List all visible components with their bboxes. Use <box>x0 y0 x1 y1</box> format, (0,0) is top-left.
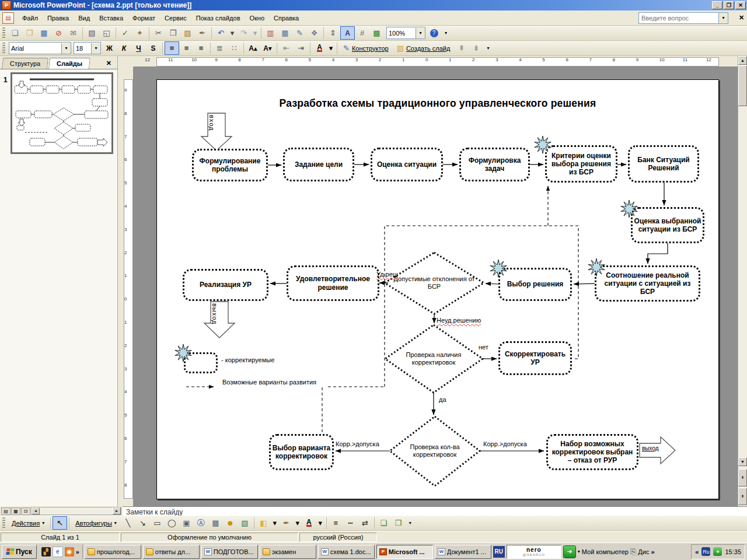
minimize-button[interactable]: _ <box>712 1 722 9</box>
node-formulate-tasks[interactable]: Формулировка задач <box>459 148 530 181</box>
bold-button[interactable]: Ж <box>102 41 117 55</box>
line-style-button[interactable]: ≡ <box>329 516 343 530</box>
arrow-style-button[interactable]: ⇄ <box>358 516 372 530</box>
toolbar-options-icon[interactable]: ▾ <box>407 517 414 529</box>
menu-item-2[interactable]: Вид <box>74 12 95 24</box>
normal-view-icon[interactable]: ▤ <box>1 508 11 515</box>
tray-chevron-icon[interactable]: « <box>695 548 699 555</box>
close-button[interactable]: ✕ <box>735 1 746 9</box>
restore-button[interactable]: ❐ <box>724 1 734 9</box>
label-corr-right[interactable]: Корр.>допуска <box>483 440 527 447</box>
slideshow-view-icon[interactable]: ⊡ <box>21 508 30 515</box>
toolbar-grip[interactable] <box>2 27 5 39</box>
menu-item-1[interactable]: Правка <box>43 12 74 24</box>
open-button[interactable]: ❒ <box>22 26 37 40</box>
print-preview-button[interactable]: ◱ <box>99 26 114 40</box>
horizontal-ruler[interactable]: 1211109876543210123456789101112 <box>123 56 738 67</box>
node-criteria[interactable]: Критерии оценки выбора решения из БСР <box>545 145 617 183</box>
scroll-up-icon[interactable]: ▲ <box>738 56 747 65</box>
tray-app-icon[interactable]: ✦ <box>713 547 722 556</box>
tray-language-icon[interactable]: Ru <box>701 547 710 556</box>
pane-close-button[interactable]: ✕ <box>103 59 115 68</box>
zoom-input[interactable] <box>387 28 416 38</box>
line-color-options-button[interactable]: ▾ <box>294 516 302 530</box>
insert-object-button[interactable]: ❖ <box>307 26 322 40</box>
node-implementation[interactable]: Реализация УР <box>183 269 268 301</box>
label-no[interactable]: нет <box>479 344 488 351</box>
font-color-button[interactable]: А <box>312 41 327 55</box>
internet-explorer-icon[interactable]: e <box>53 547 63 557</box>
underline-button[interactable]: Ч <box>131 41 146 55</box>
spelling-button[interactable]: ✓ <box>118 26 132 40</box>
menu-item-5[interactable]: Сервис <box>160 12 191 24</box>
node-satisfactory[interactable]: Удовлетворительное решение <box>287 265 379 301</box>
select-objects-button[interactable]: ↖ <box>53 516 67 530</box>
font-size-input[interactable] <box>74 43 91 54</box>
exit-down-arrow-label[interactable]: выход <box>211 303 218 324</box>
node-evaluate-selected[interactable]: Оценка выбранной ситуации из БСР <box>631 207 704 243</box>
insert-diagram-button[interactable]: ▦ <box>208 516 223 530</box>
tab-slides[interactable]: Слайды <box>48 58 90 69</box>
fill-color-button[interactable]: ◧ <box>256 516 271 530</box>
rectangle-button[interactable]: ▭ <box>150 516 165 530</box>
font-color-draw-button[interactable]: А <box>302 516 316 530</box>
autoshapes-menu-button[interactable]: Автофигуры ▾ <box>71 516 121 530</box>
label-legend-correctable[interactable]: - корректируемые <box>221 356 274 363</box>
search-go-icon[interactable]: ➜ <box>563 545 576 558</box>
shadow-style-button[interactable]: ❏ <box>376 516 391 530</box>
clip-art-button[interactable]: ☻ <box>223 516 238 530</box>
numbering-button[interactable]: ≣ <box>212 41 227 55</box>
insert-table-button[interactable]: ▦ <box>278 26 292 40</box>
label-corr-left[interactable]: Корр.>допуска <box>336 440 379 447</box>
nero-search-box[interactable]: nero @SEARCH <box>507 545 561 559</box>
slide-canvas[interactable]: Разработка схемы традиционного управленч… <box>156 79 719 499</box>
menu-item-3[interactable]: Вставка <box>95 12 128 24</box>
redo-options-button[interactable]: ▾ <box>251 26 259 40</box>
increase-indent-button[interactable]: ⇥ <box>294 41 308 55</box>
menu-item-8[interactable]: Справка <box>269 12 303 24</box>
oval-button[interactable]: ◯ <box>165 516 179 530</box>
language-bar[interactable]: RU <box>493 546 505 558</box>
taskbar-task-5[interactable]: PMicrosoft ... <box>376 545 433 559</box>
my-computer-toolbar[interactable]: Мой компьютер <box>582 548 629 555</box>
node-formulate-problem[interactable]: Формулирование проблемы <box>192 149 268 181</box>
toolbar-grip[interactable] <box>2 517 5 529</box>
label-legend-variants[interactable]: Возможные варианты развития <box>222 379 316 386</box>
increase-font-size-button[interactable]: A▴ <box>246 41 260 55</box>
permission-button[interactable]: ⊘ <box>51 26 66 40</box>
media-player-icon[interactable]: ◉ <box>65 547 74 556</box>
color-scheme-button[interactable]: ▩ <box>369 26 384 40</box>
node-correlation[interactable]: Соотношение реальной ситуации с ситуацие… <box>595 265 700 302</box>
quick-launch-chevron-icon[interactable]: » <box>76 548 79 555</box>
node-adjust[interactable]: Скорректировать УР <box>498 341 572 375</box>
taskbar-task-0[interactable]: прошлогод... <box>85 545 141 559</box>
disk-toolbar[interactable]: Дис <box>638 548 649 555</box>
zoom-dropdown-icon[interactable]: ▾ <box>416 28 425 38</box>
italic-button[interactable]: К <box>117 41 131 55</box>
line-spacing-decrease-button[interactable]: ⇟ <box>469 41 483 55</box>
label-unsatisfied[interactable]: Неуд.решению <box>437 317 481 324</box>
toolbar-options-icon[interactable]: ▾ <box>442 27 449 39</box>
diamond-check-corrections-label[interactable]: Проверка наличия корректировок <box>393 338 474 380</box>
line-color-button[interactable]: ✒ <box>279 516 294 530</box>
align-right-button[interactable]: ≡ <box>194 41 208 55</box>
node-correction-set[interactable]: Набор возможных корректировок выбран – о… <box>546 434 638 470</box>
bullets-button[interactable]: ∷ <box>227 41 242 55</box>
scrollbar-thumb[interactable] <box>738 65 747 106</box>
scroll-right-icon[interactable]: ► <box>113 508 121 514</box>
slide-thumbnail[interactable] <box>11 72 113 154</box>
taskbar-task-1[interactable]: ответы дл... <box>143 545 200 559</box>
font-color-draw-options-button[interactable]: ▾ <box>316 516 324 530</box>
show-formatting-button[interactable]: A <box>340 26 355 40</box>
quick-launch-app-icon[interactable]: ▞ <box>41 547 51 556</box>
next-slide-icon[interactable]: ⇟ <box>738 488 747 505</box>
tab-outline[interactable]: Структура <box>2 58 48 69</box>
status-design-info[interactable]: Оформление по умолчанию <box>121 533 298 542</box>
scroll-left-icon[interactable]: ◄ <box>32 508 40 514</box>
print-button[interactable]: ▤ <box>85 26 99 40</box>
menu-item-7[interactable]: Окно <box>245 12 270 24</box>
vertical-scrollbar[interactable]: ▲ ▼ ⇞ ⇟ <box>738 56 747 506</box>
paste-button[interactable]: ▨ <box>180 26 195 40</box>
question-input[interactable] <box>639 13 718 23</box>
draw-table-button[interactable]: ✎ <box>292 26 307 40</box>
